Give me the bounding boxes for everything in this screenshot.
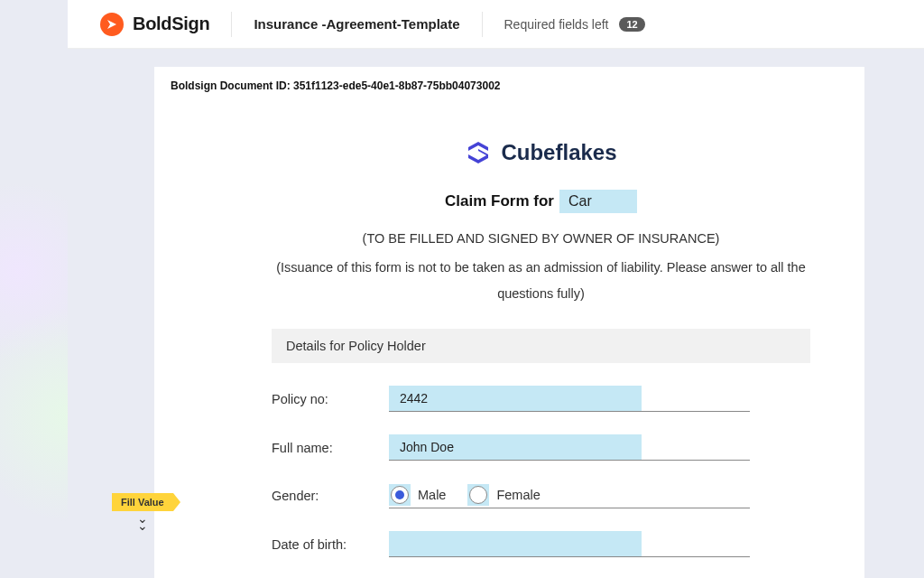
policy-no-row: Policy no: 2442 (272, 387, 810, 412)
section-header-policy-holder: Details for Policy Holder (272, 329, 810, 363)
radio-circle-icon (391, 486, 409, 504)
full-name-label: Full name: (272, 441, 389, 455)
radio-chip (389, 484, 411, 506)
required-fields-indicator[interactable]: Required fields left 12 (504, 17, 645, 32)
gender-row: Gender: Male (272, 484, 810, 508)
gender-female-label: Female (496, 488, 540, 502)
dob-row: Date of birth: (272, 532, 810, 557)
dob-field-line (389, 532, 750, 557)
form-title: Claim Form for (445, 192, 554, 210)
app-header: BoldSign Insurance -Agreement-Template R… (68, 0, 924, 49)
policy-no-label: Policy no: (272, 392, 389, 406)
divider (482, 12, 483, 37)
policy-no-field-line: 2442 (389, 387, 750, 412)
company-name: Cubeflakes (501, 140, 616, 165)
form-content: Cubeflakes Claim Form for Car (TO BE FIL… (154, 92, 864, 557)
fill-value-ribbon: Fill Value (112, 493, 173, 511)
dob-input[interactable] (389, 531, 642, 556)
policy-no-input[interactable]: 2442 (389, 386, 642, 411)
company-brand: Cubeflakes (272, 139, 810, 166)
required-fields-count-badge: 12 (619, 17, 644, 32)
radio-circle-icon (469, 486, 487, 504)
gender-male-label: Male (418, 488, 446, 502)
brand-logo[interactable]: BoldSign (100, 13, 209, 36)
radio-selected-dot-icon (395, 490, 404, 499)
boldsign-logo-icon (100, 13, 124, 36)
app-frame: BoldSign Insurance -Agreement-Template R… (68, 0, 924, 578)
claim-type-field[interactable]: Car (559, 190, 637, 213)
gender-radio-group: Male Female (389, 484, 750, 508)
document-title: Insurance -Agreement-Template (254, 16, 459, 32)
instruction-line-2: (Issuance of this form is not to be take… (272, 255, 810, 307)
dob-label: Date of birth: (272, 537, 389, 552)
gender-male-option[interactable]: Male (389, 484, 446, 506)
document-id-line: Boldsign Document ID: 351f1123-ede5-40e1… (154, 79, 864, 92)
chevron-down-icon: ⌄⌄ (112, 515, 173, 530)
cubeflakes-logo-icon (465, 139, 492, 166)
radio-chip (467, 484, 489, 506)
full-name-field-line: John Doe (389, 435, 750, 461)
brand-name: BoldSign (133, 14, 209, 34)
full-name-input[interactable]: John Doe (389, 434, 642, 460)
form-title-row: Claim Form for Car (272, 190, 810, 213)
instruction-line-1: (TO BE FILLED AND SIGNED BY OWNER OF INS… (272, 229, 810, 249)
required-fields-label: Required fields left (504, 17, 609, 32)
document-canvas: Boldsign Document ID: 351f1123-ede5-40e1… (68, 49, 924, 578)
fill-value-hint[interactable]: Fill Value ⌄⌄ (112, 493, 173, 530)
divider (231, 12, 232, 37)
gender-female-option[interactable]: Female (467, 484, 540, 506)
document-page: Boldsign Document ID: 351f1123-ede5-40e1… (154, 67, 864, 578)
full-name-row: Full name: John Doe (272, 435, 810, 461)
gender-label: Gender: (272, 489, 389, 503)
